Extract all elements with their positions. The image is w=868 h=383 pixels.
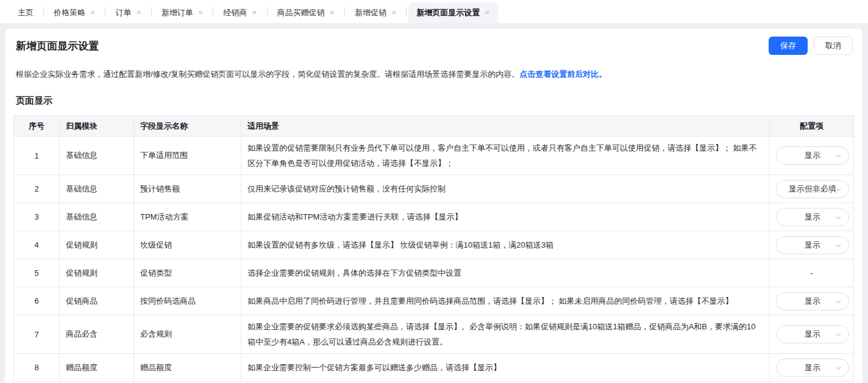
chevron-down-icon	[834, 364, 842, 372]
config-cell: -	[770, 259, 854, 287]
field-name-cell: 预计销售额	[134, 175, 241, 203]
table-row: 2基础信息预计销售额仅用来记录该促销对应的预计销售额，没有任何实际控制显示但非必…	[14, 175, 854, 203]
table-row: 6促销商品按同价码选商品如果商品中启用了同价码进行管理，并且需要用同价码选择商品…	[14, 287, 854, 315]
column-header-module: 归属模块	[60, 116, 134, 137]
config-select[interactable]: 显示	[776, 236, 849, 254]
column-header-config: 配置项	[770, 116, 854, 137]
field-name-cell: TPM活动方案	[134, 203, 241, 231]
tab-dealer[interactable]: 经销商✕	[215, 2, 265, 23]
config-select-value: 显示	[805, 362, 820, 373]
chevron-down-icon	[834, 331, 842, 338]
table-row: 8赠品额度赠品额度如果企业需要控制一个促销方案最多可以赠送多少赠品，请选择【显示…	[14, 354, 854, 382]
column-header-no: 序号	[14, 116, 60, 137]
description-text: 根据企业实际业务需求，通过配置新增/修改/复制买赠促销页面可以显示的字段，简化促…	[16, 70, 519, 79]
module-cell: 基础信息	[60, 137, 134, 175]
tab-separator	[406, 7, 407, 16]
table-row: 3基础信息TPM活动方案如果促销活动和TPM活动方案需要进行关联，请选择【显示】…	[14, 203, 854, 231]
config-select[interactable]: 显示	[776, 325, 849, 343]
tab-close-icon[interactable]: ✕	[485, 10, 489, 16]
config-select-value: 显示	[805, 329, 820, 340]
config-select[interactable]: 显示	[776, 359, 849, 377]
tab-new-order[interactable]: 新增订单✕	[154, 2, 211, 23]
table-row: 1基础信息下单适用范围如果设置的促销需要限制只有业务员代下单可以使用，客户自主下…	[14, 137, 854, 175]
module-cell: 基础信息	[60, 175, 134, 203]
chevron-down-icon	[834, 185, 842, 193]
tab-label: 新增订单	[162, 7, 193, 18]
tab-close-icon[interactable]: ✕	[90, 10, 95, 16]
tab-close-icon[interactable]: ✕	[391, 10, 396, 16]
config-cell: 显示	[770, 203, 854, 231]
tab-label: 经销商	[223, 7, 247, 18]
tab-label: 订单	[115, 7, 131, 18]
tab-close-icon[interactable]: ✕	[330, 10, 335, 16]
scenario-cell: 如果设置的促销有多坎级，请选择【显示】 坎级促销举例：满10箱送1箱，满20箱送…	[241, 231, 770, 259]
config-select[interactable]: 显示	[776, 292, 849, 310]
config-cell: 显示	[770, 315, 854, 354]
scenario-cell: 如果企业需要控制一个促销方案最多可以赠送多少赠品，请选择【显示】	[241, 354, 770, 382]
table-row: 4促销规则坎级促销如果设置的促销有多坎级，请选择【显示】 坎级促销举例：满10箱…	[14, 231, 854, 259]
tab-close-icon[interactable]: ✕	[252, 10, 257, 16]
tab-order[interactable]: 订单✕	[107, 2, 149, 23]
tab-separator	[105, 7, 105, 16]
chevron-down-icon	[834, 152, 842, 160]
section-title: 页面显示	[13, 81, 854, 107]
page-title: 新增页面显示设置	[16, 39, 99, 53]
column-header-field-name: 字段显示名称	[134, 116, 241, 137]
compare-link[interactable]: 点击查看设置前后对比。	[519, 70, 607, 79]
description: 根据企业实际业务需求，通过配置新增/修改/复制买赠促销页面可以显示的字段，简化促…	[13, 55, 854, 81]
tab-separator	[151, 7, 152, 16]
config-cell: 显示但非必填	[770, 175, 854, 203]
field-name-cell: 按同价码选商品	[134, 287, 241, 315]
tab-separator	[344, 7, 345, 16]
tab-home[interactable]: 主页	[10, 2, 41, 23]
config-select-value: 显示	[805, 240, 820, 251]
config-select-value: 显示	[805, 150, 820, 161]
tab-separator	[43, 7, 44, 16]
table-header-row: 序号 归属模块 字段显示名称 适用场景 配置项	[14, 116, 854, 137]
tab-bar: 主页价格策略✕订单✕新增订单✕经销商✕商品买赠促销✕新增促销✕新增页面显示设置✕	[0, 0, 868, 23]
column-header-scenario: 适用场景	[241, 116, 770, 137]
row-number-cell: 6	[14, 287, 60, 315]
module-cell: 促销商品	[60, 287, 134, 315]
tab-close-icon[interactable]: ✕	[136, 10, 141, 16]
tab-product-bogo-promotion[interactable]: 商品买赠促销✕	[269, 2, 343, 23]
module-cell: 赠品额度	[60, 354, 134, 382]
tab-label: 主页	[18, 7, 34, 18]
module-cell: 促销规则	[60, 259, 134, 287]
tab-separator	[267, 7, 268, 16]
row-number-cell: 3	[14, 203, 60, 231]
page-display-table: 序号 归属模块 字段显示名称 适用场景 配置项 1基础信息下单适用范围如果设置的…	[13, 115, 854, 382]
tab-separator	[213, 7, 213, 16]
field-name-cell: 赠品额度	[134, 354, 241, 382]
tab-new-promotion[interactable]: 新增促销✕	[347, 2, 404, 23]
config-select[interactable]: 显示	[776, 146, 849, 165]
tab-label: 商品买赠促销	[277, 7, 325, 18]
field-name-cell: 坎级促销	[134, 231, 241, 259]
config-select-value: 显示但非必填	[789, 184, 836, 195]
config-select[interactable]: 显示	[776, 208, 849, 226]
cancel-button[interactable]: 取消	[814, 37, 853, 55]
save-button[interactable]: 保存	[769, 37, 808, 55]
table-row: 7商品必含必含规则如果企业需要的促销要求必须选购某些商品，请选择【显示】。必含举…	[14, 315, 854, 354]
config-cell: 显示	[770, 231, 854, 259]
row-number-cell: 4	[14, 231, 60, 259]
chevron-down-icon	[834, 298, 842, 306]
row-number-cell: 2	[14, 175, 60, 203]
settings-card: 新增页面显示设置 保存 取消 根据企业实际业务需求，通过配置新增/修改/复制买赠…	[5, 29, 863, 383]
scenario-cell: 如果促销活动和TPM活动方案需要进行关联，请选择【显示】	[241, 203, 770, 231]
row-number-cell: 7	[14, 315, 60, 354]
scenario-cell: 如果企业需要的促销要求必须选购某些商品，请选择【显示】。必含举例说明：如果促销规…	[241, 315, 770, 354]
config-cell: 显示	[770, 354, 854, 382]
module-cell: 基础信息	[60, 203, 134, 231]
module-cell: 促销规则	[60, 231, 134, 259]
tab-price-policy[interactable]: 价格策略✕	[46, 2, 103, 23]
scenario-cell: 选择企业需要的促销规则，具体的选择在下方促销类型中设置	[241, 259, 770, 287]
tab-close-icon[interactable]: ✕	[198, 10, 203, 16]
config-select-value: 显示	[805, 296, 820, 307]
page-background: 新增页面显示设置 保存 取消 根据企业实际业务需求，通过配置新增/修改/复制买赠…	[0, 23, 868, 383]
tab-new-page-display-settings[interactable]: 新增页面显示设置✕	[408, 2, 497, 23]
config-select[interactable]: 显示但非必填	[776, 180, 849, 198]
row-number-cell: 1	[14, 137, 60, 175]
header-actions: 保存 取消	[769, 37, 853, 55]
scenario-cell: 如果商品中启用了同价码进行管理，并且需要用同价码选择商品范围，请选择【显示】； …	[241, 287, 770, 315]
